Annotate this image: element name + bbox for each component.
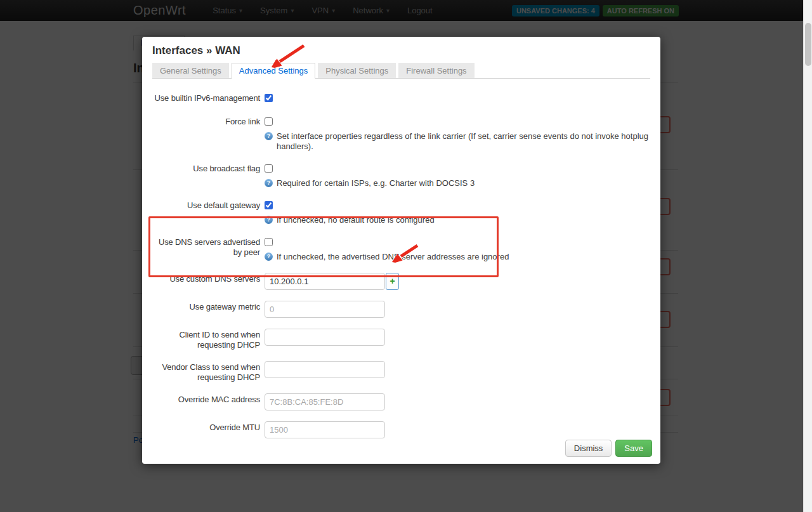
form-row-override-mtu: Override MTU bbox=[152, 421, 650, 438]
text-input-client-id-to-send-when-requesting-dhcp[interactable] bbox=[265, 329, 385, 346]
form-row-client-id-to-send-when-requesting-dhcp: Client ID to send when requesting DHCP bbox=[152, 329, 650, 350]
field-label: Use gateway metric bbox=[152, 301, 260, 318]
field-label: Use custom DNS servers bbox=[152, 273, 260, 290]
field-control: ?If unchecked, no default route is confi… bbox=[265, 199, 650, 225]
field-control bbox=[265, 301, 650, 318]
scrollbar-thumb[interactable] bbox=[805, 23, 811, 66]
checkbox-use-broadcast-flag[interactable] bbox=[265, 164, 273, 173]
text-input-use-custom-dns-servers[interactable] bbox=[265, 273, 385, 290]
field-label: Use DNS servers advertised by peer bbox=[152, 236, 260, 262]
field-label: Use broadcast flag bbox=[152, 162, 260, 188]
modal-tabbar: General SettingsAdvanced SettingsPhysica… bbox=[152, 63, 650, 79]
field-label: Override MAC address bbox=[152, 393, 260, 410]
form-row-vendor-class-to-send-when-requesting-dhcp: Vendor Class to send when requesting DHC… bbox=[152, 361, 650, 383]
field-control bbox=[265, 361, 650, 383]
field-help: ?Set interface properties regardless of … bbox=[265, 131, 650, 152]
field-control: + bbox=[265, 273, 650, 290]
save-button[interactable]: Save bbox=[615, 440, 652, 457]
field-help-text: Required for certain ISPs, e.g. Charter … bbox=[277, 178, 475, 188]
help-icon: ? bbox=[265, 216, 273, 224]
field-control: ?If unchecked, the advertised DNS server… bbox=[265, 236, 650, 262]
form-row-use-builtin-ipv6-management: Use builtin IPv6-management bbox=[152, 92, 650, 105]
field-control: ?Required for certain ISPs, e.g. Charter… bbox=[265, 162, 650, 188]
checkbox-use-default-gateway[interactable] bbox=[265, 201, 273, 209]
text-input-vendor-class-to-send-when-requesting-dhcp[interactable] bbox=[265, 361, 385, 378]
field-control: ?Set interface properties regardless of … bbox=[265, 115, 650, 152]
modal-form: Use builtin IPv6-managementForce link?Se… bbox=[152, 92, 650, 438]
text-input-override-mac-address[interactable] bbox=[265, 393, 385, 410]
field-help-text: Set interface properties regardless of t… bbox=[277, 131, 650, 152]
add-dns-server-button[interactable]: + bbox=[386, 273, 399, 290]
field-control bbox=[265, 393, 650, 410]
field-label: Client ID to send when requesting DHCP bbox=[152, 329, 260, 350]
field-label: Vendor Class to send when requesting DHC… bbox=[152, 361, 260, 383]
form-row-use-broadcast-flag: Use broadcast flag?Required for certain … bbox=[152, 162, 650, 188]
field-help: ?If unchecked, no default route is confi… bbox=[265, 215, 650, 225]
form-row-use-default-gateway: Use default gateway?If unchecked, no def… bbox=[152, 199, 650, 225]
openwrt-luci-page: OpenWrt Status▾System▾VPN▾Network▾Logout… bbox=[0, 0, 812, 512]
text-input-override-mtu[interactable] bbox=[265, 421, 385, 438]
form-row-use-dns-servers-advertised-by-peer: Use DNS servers advertised by peer?If un… bbox=[152, 236, 650, 262]
field-label: Override MTU bbox=[152, 421, 260, 438]
field-help: ?If unchecked, the advertised DNS server… bbox=[265, 252, 650, 262]
modal-title: Interfaces » WAN bbox=[152, 44, 650, 57]
field-label: Use default gateway bbox=[152, 199, 260, 225]
checkbox-use-builtin-ipv6-management[interactable] bbox=[265, 94, 273, 102]
form-row-force-link: Force link?Set interface properties rega… bbox=[152, 115, 650, 152]
field-help-text: If unchecked, the advertised DNS server … bbox=[277, 252, 509, 262]
field-control bbox=[265, 92, 650, 105]
help-icon: ? bbox=[265, 132, 273, 140]
checkbox-use-dns-servers-advertised-by-peer[interactable] bbox=[265, 238, 273, 246]
help-icon: ? bbox=[265, 253, 273, 261]
field-control bbox=[265, 421, 650, 438]
field-control bbox=[265, 329, 650, 350]
checkbox-force-link[interactable] bbox=[265, 117, 273, 126]
form-row-use-gateway-metric: Use gateway metric bbox=[152, 301, 650, 318]
field-label: Force link bbox=[152, 115, 260, 152]
browser-scrollbar[interactable] bbox=[803, 0, 812, 512]
help-icon: ? bbox=[265, 179, 273, 187]
text-input-use-gateway-metric[interactable] bbox=[265, 301, 385, 318]
field-help: ?Required for certain ISPs, e.g. Charter… bbox=[265, 178, 650, 188]
form-row-use-custom-dns-servers: Use custom DNS servers+ bbox=[152, 273, 650, 290]
tab-firewall-settings[interactable]: Firewall Settings bbox=[398, 63, 474, 78]
tab-general-settings[interactable]: General Settings bbox=[152, 63, 229, 78]
dismiss-button[interactable]: Dismiss bbox=[565, 440, 612, 457]
interface-settings-modal: Interfaces » WAN General SettingsAdvance… bbox=[142, 37, 660, 464]
tab-physical-settings[interactable]: Physical Settings bbox=[318, 63, 396, 78]
tab-advanced-settings[interactable]: Advanced Settings bbox=[232, 63, 315, 79]
field-label: Use builtin IPv6-management bbox=[152, 92, 260, 105]
modal-actions: DismissSave bbox=[565, 440, 652, 457]
field-help-text: If unchecked, no default route is config… bbox=[277, 215, 435, 225]
form-row-override-mac-address: Override MAC address bbox=[152, 393, 650, 410]
